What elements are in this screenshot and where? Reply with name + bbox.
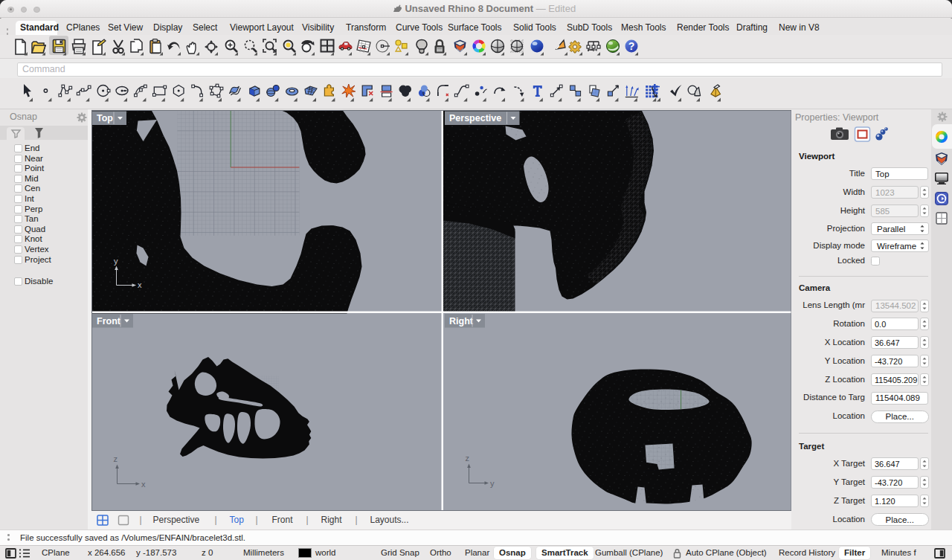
svg-text:?: ? [628,40,635,52]
svg-text:Perspective: Perspective [449,113,501,123]
svg-text:x: x [138,280,142,289]
svg-text:y: y [114,257,118,265]
svg-text:Right: Right [449,315,474,326]
svg-text:z: z [465,454,469,463]
svg-text:y: y [490,479,495,488]
svg-text:Front: Front [97,315,121,326]
svg-text:Top: Top [97,113,113,123]
svg-text:x: x [141,480,146,489]
svg-text:z: z [113,454,118,463]
